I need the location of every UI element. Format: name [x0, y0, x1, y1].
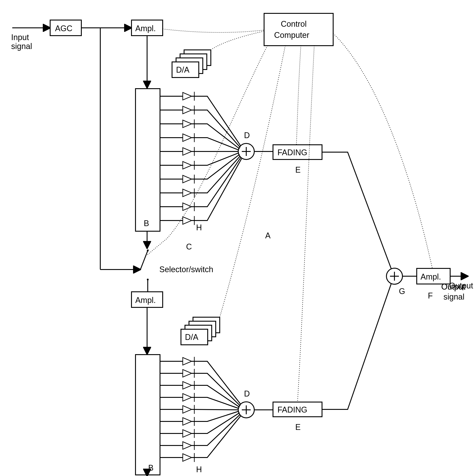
cc-l1: Control [281, 19, 307, 29]
dotted-cc-da-bottom [220, 46, 285, 317]
F-label: F [428, 291, 433, 300]
svg-marker-22 [183, 161, 192, 169]
svg-text:Output: Output [441, 282, 465, 291]
wire-fading-bottom-g [322, 284, 391, 409]
svg-marker-16 [183, 134, 192, 141]
C-label: C [186, 242, 192, 251]
ampl-top-label: Ampl. [135, 24, 156, 33]
dotted-cc-amplout [333, 34, 432, 268]
svg-marker-19 [183, 148, 192, 155]
output-signal-label-group: Output signal [441, 282, 465, 301]
H-top-label: H [196, 223, 202, 232]
delay-line-bottom [136, 355, 160, 475]
A-label: A [265, 231, 271, 240]
D-top-label: D [244, 131, 250, 140]
svg-marker-34 [183, 217, 192, 224]
svg-marker-13 [183, 120, 192, 128]
svg-point-37 [147, 250, 149, 252]
svg-marker-69 [183, 393, 192, 401]
B-bottom-label: B [148, 463, 154, 473]
input-signal-label2: signal [11, 42, 32, 51]
dotted-cc-da-top [211, 31, 264, 50]
B-top-label: B [144, 219, 149, 228]
da-top-label: D/A [176, 65, 189, 74]
E-top-label: E [295, 165, 301, 174]
fading-bottom-label: FADING [278, 405, 307, 414]
dotted-cc-fading-top [296, 46, 301, 145]
svg-marker-75 [183, 418, 192, 425]
svg-marker-78 [183, 430, 192, 437]
H-bottom-label: H [196, 465, 202, 474]
da-bottom-label: D/A [185, 333, 198, 342]
svg-marker-25 [183, 175, 192, 183]
taps-bottom [160, 357, 241, 462]
svg-marker-31 [183, 203, 192, 210]
selector-switch [140, 250, 149, 280]
fading-top-label: FADING [278, 148, 307, 157]
D-bottom-label: D [244, 389, 250, 398]
control-computer-block [264, 13, 333, 46]
svg-text:signal: signal [443, 292, 464, 301]
da-stack-top: D/A [172, 50, 211, 78]
svg-marker-84 [183, 454, 192, 461]
G-label: G [399, 287, 405, 296]
dotted-ampltop-cc [163, 29, 264, 33]
taps-top [160, 92, 242, 225]
agc-label: AGC [55, 24, 72, 33]
block-diagram: Input signal AGC Ampl. Control Computer … [0, 0, 474, 476]
svg-marker-81 [183, 442, 192, 449]
delay-line-top [136, 89, 160, 231]
svg-marker-72 [183, 406, 192, 413]
ampl-out-label: Ampl. [421, 272, 441, 281]
E-bottom-label: E [295, 423, 301, 432]
svg-line-36 [140, 250, 148, 270]
svg-marker-7 [183, 92, 192, 100]
svg-marker-10 [183, 106, 192, 114]
input-signal-label: Input [11, 33, 29, 42]
dotted-cc-fading-bottom [298, 46, 314, 402]
cc-l2: Computer [274, 31, 309, 40]
svg-marker-63 [183, 370, 192, 377]
wire-fading-top-g [322, 152, 391, 268]
selector-label: Selector/switch [159, 265, 213, 274]
svg-marker-60 [183, 357, 192, 365]
da-stack-bottom: D/A [181, 317, 220, 345]
ampl-mid-label: Ampl. [135, 296, 156, 305]
svg-marker-66 [183, 382, 192, 389]
svg-marker-28 [183, 189, 192, 197]
